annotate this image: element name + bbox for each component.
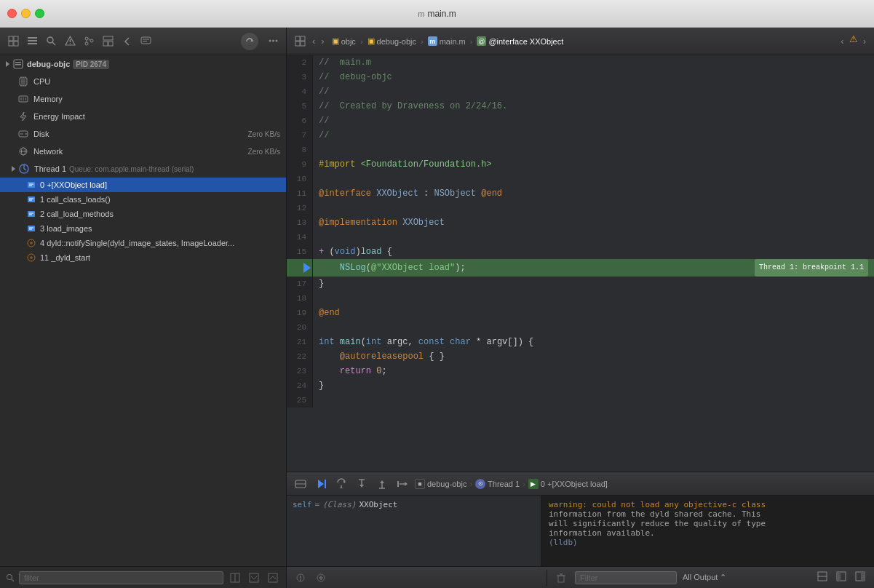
output-filter-input[interactable] [575, 571, 677, 584]
code-line-4: 4 // [287, 84, 874, 99]
list-view-button[interactable] [25, 34, 39, 49]
svg-marker-42 [20, 112, 26, 121]
code-editor[interactable]: 2 // main.m 3 // debug-objc 4 // 5 // Cr… [287, 55, 874, 472]
stack-frame-2[interactable]: 2 call_load_methods [0, 207, 286, 221]
breakpoints-button[interactable] [293, 476, 309, 492]
navigator-search-input[interactable] [19, 571, 223, 584]
network-monitor-item[interactable]: Network Zero KB/s [0, 143, 286, 160]
back-arrow[interactable]: ‹ [310, 33, 317, 49]
debug-thread-icon: ⊙ [475, 479, 485, 489]
refresh-button[interactable] [241, 33, 258, 50]
grid-view-button[interactable] [6, 34, 20, 49]
breakpoint-label: Thread 1: breakpoint 1.1 [755, 259, 868, 277]
forward-arrow[interactable]: › [319, 33, 326, 49]
debug-bc-frame[interactable]: ▶ 0 +[XXObject load] [528, 479, 608, 489]
svg-rect-58 [28, 211, 35, 217]
code-line-13: 13 @implementation XXObject [287, 215, 874, 230]
interface-icon: @ [477, 36, 486, 46]
window-title: m main.m [418, 9, 456, 19]
step-into-button[interactable] [354, 476, 370, 492]
debug-thread-label: Thread 1 [488, 480, 520, 488]
step-out-button[interactable] [374, 476, 390, 492]
step-instruction-button[interactable] [394, 476, 410, 492]
svg-rect-18 [103, 41, 108, 46]
svg-rect-55 [28, 196, 35, 202]
thread-triangle [12, 166, 15, 172]
cpu-monitor-item[interactable]: CPU [0, 73, 286, 90]
split-horizontal-button[interactable] [814, 570, 830, 585]
debug-bc-app[interactable]: ■ debug-objc [415, 479, 466, 489]
branch-button[interactable] [82, 34, 96, 49]
close-button[interactable] [7, 9, 17, 18]
debug-bc-sep-2: › [523, 480, 525, 488]
split-view-button[interactable] [228, 571, 242, 585]
svg-marker-84 [343, 480, 345, 483]
output-selector[interactable]: All Output ⌃ [683, 573, 726, 582]
breadcrumb-debug-objc[interactable]: ▣ debug-objc [365, 35, 418, 47]
stack-frame-4[interactable]: 4 dyld::notifySingle(dyld_image_states, … [0, 236, 286, 250]
network-icon [17, 146, 29, 157]
m-file-icon: m [428, 36, 437, 46]
collapse-button[interactable] [266, 571, 280, 585]
code-line-14: 14 [287, 230, 874, 245]
stack-frame-0[interactable]: 0 +[XXObject load] [0, 178, 286, 192]
svg-rect-61 [28, 226, 35, 231]
back-button[interactable] [119, 34, 134, 49]
debug-navigator: debug-objc PID 2674 [0, 55, 286, 566]
svg-point-13 [85, 42, 88, 45]
console-area: self = (Class) XXObject warning: could n… [287, 496, 874, 566]
stack-frame-3[interactable]: 3 load_images [0, 221, 286, 236]
output-pane: warning: could not load any objective-c … [541, 496, 874, 566]
layout-button[interactable] [100, 34, 115, 49]
debug-bc-thread[interactable]: ⊙ Thread 1 [475, 479, 520, 489]
stack-frame-1[interactable]: 1 call_class_loads() [0, 192, 286, 207]
more-options-button[interactable] [266, 34, 280, 49]
svg-point-11 [69, 43, 71, 44]
bottom-area: ■ debug-objc › ⊙ Thread 1 › ▶ 0 +[XXObje… [287, 472, 874, 588]
trash-button[interactable] [553, 570, 569, 586]
thread-queue: Queue: com.apple.main-thread (serial) [69, 165, 194, 173]
thread-1-header[interactable]: Thread 1 Queue: com.apple.main-thread (s… [0, 160, 286, 178]
code-line-12: 12 [287, 201, 874, 215]
warning-button[interactable] [63, 34, 77, 49]
title-file-icon: m [418, 9, 424, 18]
disk-monitor-item[interactable]: Disk Zero KB/s [0, 125, 286, 143]
output-filter-controls: All Output ⌃ [553, 570, 868, 586]
continue-button[interactable] [313, 476, 329, 492]
svg-point-25 [272, 40, 274, 42]
minimize-button[interactable] [21, 9, 31, 18]
breadcrumb-main-m[interactable]: m main.m [426, 35, 468, 47]
debug-app-label: debug-objc [427, 480, 466, 488]
folder-icon-debug: ▣ [368, 36, 375, 46]
search-button[interactable] [44, 34, 58, 49]
left-toolbar [0, 28, 286, 55]
view-1-button[interactable] [833, 570, 849, 585]
svg-point-14 [90, 39, 93, 42]
stack-frame-11[interactable]: 11 _dyld_start [0, 250, 286, 265]
traffic-lights [7, 9, 44, 18]
svg-rect-1 [14, 36, 18, 41]
maximize-button[interactable] [35, 9, 44, 18]
svg-rect-110 [861, 572, 865, 581]
chat-button[interactable] [138, 34, 153, 49]
process-header[interactable]: debug-objc PID 2674 [0, 55, 286, 73]
memory-monitor-item[interactable]: Memory [0, 90, 286, 108]
prev-issue[interactable]: ‹ [838, 33, 846, 49]
code-line-9: 9 #import <Foundation/Foundation.h> [287, 157, 874, 172]
expand-button[interactable] [247, 571, 261, 585]
energy-monitor-item[interactable]: Energy Impact [0, 108, 286, 125]
var-toggle-button[interactable] [293, 570, 309, 586]
svg-rect-2 [9, 41, 13, 46]
next-issue[interactable]: › [861, 33, 868, 49]
right-panel: ‹ › ▣ objc › ▣ debug-objc › m main.m [287, 28, 874, 588]
breadcrumb-objc[interactable]: ▣ objc [330, 35, 358, 47]
editor-grid-button[interactable] [293, 34, 307, 49]
svg-rect-79 [301, 41, 305, 46]
code-line-3: 3 // debug-objc [287, 70, 874, 84]
breadcrumb-interface[interactable]: @ @interface XXObject [474, 35, 565, 47]
step-over-button[interactable] [333, 476, 349, 492]
frame-4-label: 4 dyld::notifySingle(dyld_image_states, … [40, 239, 234, 247]
var-add-button[interactable] [313, 570, 329, 586]
debug-frame-label: 0 +[XXObject load] [541, 480, 608, 488]
view-2-button[interactable] [852, 570, 868, 585]
